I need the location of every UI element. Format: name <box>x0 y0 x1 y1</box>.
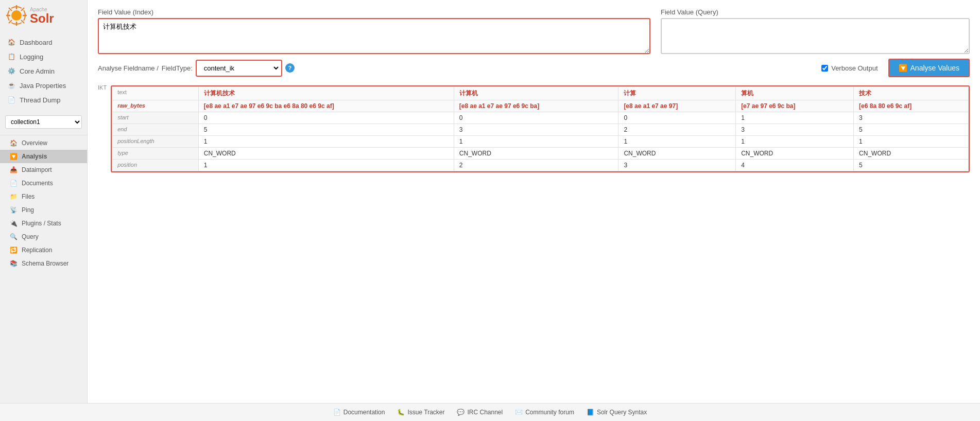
col-header-5: 技术 <box>854 87 969 100</box>
fieldtype-select[interactable]: content_ik text_general string <box>198 62 280 75</box>
documentation-icon: 📄 <box>333 409 341 416</box>
sidebar-sub-item-replication[interactable]: 🔁 Replication <box>0 243 87 257</box>
filter-icon: 🔽 <box>899 64 907 72</box>
fieldtype-label: FieldType: <box>162 64 193 72</box>
sidebar-sub-item-plugins-stats[interactable]: 🔌 Plugins / Stats <box>0 217 87 230</box>
right-controls: Verbose Output 🔽 Analyse Values <box>821 59 970 77</box>
raw-bytes-col4: [e7 ae 97 e6 9c ba] <box>736 100 854 112</box>
verbose-check-label[interactable]: Verbose Output <box>821 64 878 72</box>
sidebar-item-dashboard[interactable]: 🏠 Dashboard <box>0 35 87 49</box>
dashboard-icon: 🏠 <box>7 38 15 46</box>
footer-link-irc-channel[interactable]: 💬 IRC Channel <box>457 409 503 416</box>
field-query-textarea[interactable] <box>661 18 970 54</box>
type-col4: CN_WORD <box>736 148 854 160</box>
field-index-group: Field Value (Index) 计算机技术 <box>98 8 650 56</box>
col-header-4: 算机 <box>736 87 854 100</box>
irc-label: IRC Channel <box>467 409 503 416</box>
sidebar-sub-item-analysis[interactable]: 🔽 Analysis <box>0 150 87 163</box>
sidebar-item-thread-dump[interactable]: 📄 Thread Dump <box>0 93 87 107</box>
analysis-icon: 🔽 <box>9 152 18 161</box>
documentation-label: Documentation <box>343 409 385 416</box>
community-forum-icon: ✉️ <box>515 409 523 416</box>
position-length-label: positionLength <box>112 136 199 148</box>
table-row-start: start 0 0 0 1 3 <box>112 112 969 124</box>
sidebar-item-label: Thread Dump <box>20 96 60 104</box>
sidebar-sub-label: Query <box>22 233 39 240</box>
start-col2: 0 <box>454 112 618 124</box>
core-admin-icon: ⚙️ <box>7 67 15 75</box>
field-index-label: Field Value (Index) <box>98 8 650 16</box>
analyse-fieldname-row: Analyse Fieldname / FieldType: content_i… <box>98 60 295 77</box>
raw-bytes-col3: [e8 ae a1 e7 ae 97] <box>618 100 736 112</box>
pos-col2: 2 <box>454 160 618 171</box>
field-index-textarea[interactable]: 计算机技术 <box>98 18 650 54</box>
thread-dump-icon: 📄 <box>7 96 15 104</box>
col-header-2: 计算机 <box>454 87 618 100</box>
sidebar-sub-item-ping[interactable]: 📡 Ping <box>0 203 87 217</box>
raw-bytes-label: raw_bytes <box>112 100 199 112</box>
svg-point-0 <box>11 10 22 21</box>
files-icon: 📁 <box>9 192 18 201</box>
analyse-values-button[interactable]: 🔽 Analyse Values <box>888 59 970 77</box>
sidebar-sub-item-query[interactable]: 🔍 Query <box>0 230 87 243</box>
pl-col3: 1 <box>618 136 736 148</box>
field-query-label: Field Value (Query) <box>661 8 970 16</box>
sidebar-sub-label: Analysis <box>22 153 47 160</box>
end-label: end <box>112 124 199 136</box>
type-label: type <box>112 148 199 160</box>
issue-tracker-icon: 🐛 <box>397 409 405 416</box>
table-row-type: type CN_WORD CN_WORD CN_WORD CN_WORD CN_… <box>112 148 969 160</box>
verbose-label: Verbose Output <box>831 64 878 72</box>
end-col3: 2 <box>618 124 736 136</box>
pl-col1: 1 <box>198 136 454 148</box>
sidebar-sub-item-documents[interactable]: 📄 Documents <box>0 177 87 190</box>
collection-selector: collection1 <box>5 115 82 129</box>
footer-link-issue-tracker[interactable]: 🐛 Issue Tracker <box>397 409 444 416</box>
start-col3: 0 <box>618 112 736 124</box>
sidebar-sub-item-schema-browser[interactable]: 📚 Schema Browser <box>0 257 87 270</box>
sidebar-sub-nav: 🏠 Overview 🔽 Analysis 📥 Dataimport 📄 Doc… <box>0 135 87 271</box>
analyse-btn-label: Analyse Values <box>910 64 959 72</box>
overview-icon: 🏠 <box>9 139 18 147</box>
analysis-table-wrapper: text 计算机技术 计算机 计算 算机 技术 raw_bytes [e8 ae… <box>111 85 970 172</box>
pos-col1: 1 <box>198 160 454 171</box>
pl-col2: 1 <box>454 136 618 148</box>
sidebar-item-logging[interactable]: 📋 Logging <box>0 49 87 64</box>
type-col5: CN_WORD <box>854 148 969 160</box>
end-col1: 5 <box>198 124 454 136</box>
table-row-position: position 1 2 3 4 5 <box>112 160 969 171</box>
raw-bytes-col2: [e8 ae a1 e7 ae 97 e6 9c ba] <box>454 100 618 112</box>
raw-bytes-col5: [e6 8a 80 e6 9c af] <box>854 100 969 112</box>
sidebar-sub-item-overview[interactable]: 🏠 Overview <box>0 136 87 150</box>
footer-link-community-forum[interactable]: ✉️ Community forum <box>515 409 574 416</box>
collection-dropdown[interactable]: collection1 <box>5 115 82 129</box>
sidebar-sub-item-files[interactable]: 📁 Files <box>0 190 87 203</box>
verbose-checkbox[interactable] <box>821 65 828 72</box>
end-col4: 3 <box>736 124 854 136</box>
solr-logo-icon <box>5 4 28 27</box>
help-icon[interactable]: ? <box>285 63 295 73</box>
footer: 📄 Documentation 🐛 Issue Tracker 💬 IRC Ch… <box>0 403 980 421</box>
footer-link-documentation[interactable]: 📄 Documentation <box>333 409 385 416</box>
sidebar-sub-label: Overview <box>22 139 47 147</box>
analysis-table: text 计算机技术 计算机 计算 算机 技术 raw_bytes [e8 ae… <box>112 86 969 171</box>
query-icon: 🔍 <box>9 233 18 241</box>
fieldtype-box: content_ik text_general string <box>196 60 282 77</box>
community-forum-label: Community forum <box>525 409 574 416</box>
sidebar-sub-label: Ping <box>22 206 34 214</box>
field-inputs-section: Field Value (Index) 计算机技术 Field Value (Q… <box>98 8 970 56</box>
sidebar-item-java-properties[interactable]: ☕ Java Properties <box>0 78 87 93</box>
sidebar-item-label: Logging <box>20 53 43 61</box>
ping-icon: 📡 <box>9 206 18 214</box>
pl-col4: 1 <box>736 136 854 148</box>
sidebar-item-core-admin[interactable]: ⚙️ Core Admin <box>0 64 87 78</box>
main-content: Field Value (Index) 计算机技术 Field Value (Q… <box>88 0 980 403</box>
logo-text-group: Apache Solr <box>30 7 54 25</box>
position-label: position <box>112 160 199 171</box>
field-query-wrapper: Field Value (Query) <box>661 8 970 56</box>
footer-link-solr-query-syntax[interactable]: 📘 Solr Query Syntax <box>587 409 647 416</box>
sidebar-sub-item-dataimport[interactable]: 📥 Dataimport <box>0 163 87 177</box>
pl-col5: 1 <box>854 136 969 148</box>
table-row-position-length: positionLength 1 1 1 1 1 <box>112 136 969 148</box>
sidebar-item-label: Core Admin <box>20 67 55 75</box>
